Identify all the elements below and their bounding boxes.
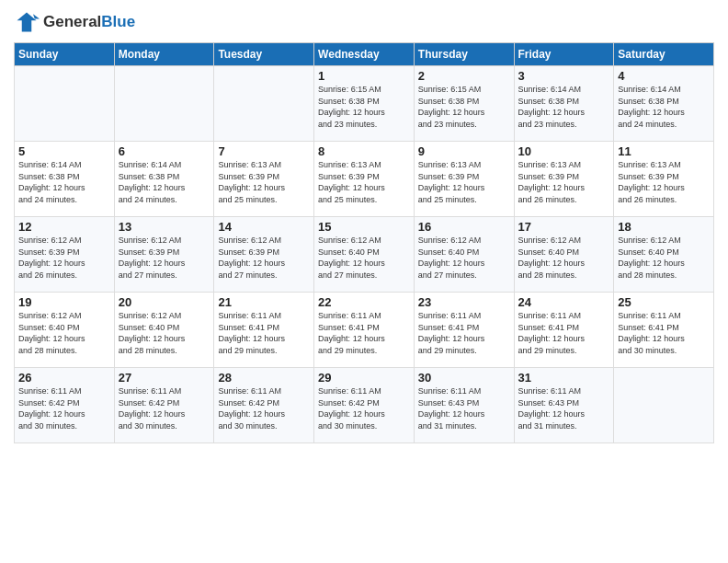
day-number: 3 (518, 69, 610, 83)
day-number: 24 (518, 295, 610, 309)
calendar-cell: 13Sunrise: 6:12 AM Sunset: 6:39 PM Dayli… (114, 217, 214, 293)
day-number: 21 (218, 295, 310, 309)
day-number: 10 (518, 144, 610, 158)
day-info: Sunrise: 6:13 AM Sunset: 6:39 PM Dayligh… (618, 159, 710, 205)
calendar-cell: 27Sunrise: 6:11 AM Sunset: 6:42 PM Dayli… (114, 368, 214, 443)
calendar-cell: 18Sunrise: 6:12 AM Sunset: 6:40 PM Dayli… (614, 217, 714, 293)
calendar-cell: 29Sunrise: 6:11 AM Sunset: 6:42 PM Dayli… (314, 368, 415, 443)
calendar-cell: 1Sunrise: 6:15 AM Sunset: 6:38 PM Daylig… (314, 66, 415, 142)
calendar-cell: 10Sunrise: 6:13 AM Sunset: 6:39 PM Dayli… (514, 142, 614, 217)
day-info: Sunrise: 6:13 AM Sunset: 6:39 PM Dayligh… (518, 159, 610, 205)
day-number: 4 (618, 69, 710, 83)
calendar-cell: 11Sunrise: 6:13 AM Sunset: 6:39 PM Dayli… (614, 142, 714, 217)
calendar-cell: 9Sunrise: 6:13 AM Sunset: 6:39 PM Daylig… (414, 142, 514, 217)
calendar-cell: 30Sunrise: 6:11 AM Sunset: 6:43 PM Dayli… (414, 368, 514, 443)
day-info: Sunrise: 6:13 AM Sunset: 6:39 PM Dayligh… (418, 159, 510, 205)
day-info: Sunrise: 6:15 AM Sunset: 6:38 PM Dayligh… (418, 84, 510, 130)
day-info: Sunrise: 6:14 AM Sunset: 6:38 PM Dayligh… (18, 159, 110, 205)
day-number: 6 (119, 144, 210, 158)
day-info: Sunrise: 6:14 AM Sunset: 6:38 PM Dayligh… (119, 159, 210, 205)
header: GeneralBlue (14, 9, 714, 35)
calendar-cell: 16Sunrise: 6:12 AM Sunset: 6:40 PM Dayli… (414, 217, 514, 293)
calendar-cell: 19Sunrise: 6:12 AM Sunset: 6:40 PM Dayli… (15, 293, 115, 368)
week-row-0: 1Sunrise: 6:15 AM Sunset: 6:38 PM Daylig… (15, 66, 714, 142)
svg-marker-0 (17, 13, 37, 32)
day-number: 13 (119, 220, 210, 234)
day-number: 15 (318, 220, 410, 234)
day-info: Sunrise: 6:12 AM Sunset: 6:40 PM Dayligh… (18, 310, 110, 356)
day-number: 30 (418, 371, 510, 385)
svg-marker-1 (33, 14, 40, 18)
day-info: Sunrise: 6:13 AM Sunset: 6:39 PM Dayligh… (218, 159, 310, 205)
day-number: 8 (318, 144, 410, 158)
week-row-1: 5Sunrise: 6:14 AM Sunset: 6:38 PM Daylig… (15, 142, 714, 217)
week-row-3: 19Sunrise: 6:12 AM Sunset: 6:40 PM Dayli… (15, 293, 714, 368)
day-info: Sunrise: 6:12 AM Sunset: 6:40 PM Dayligh… (418, 235, 510, 281)
calendar-cell: 22Sunrise: 6:11 AM Sunset: 6:41 PM Dayli… (314, 293, 415, 368)
day-number: 12 (18, 220, 110, 234)
calendar-cell: 21Sunrise: 6:11 AM Sunset: 6:41 PM Dayli… (214, 293, 314, 368)
calendar-cell: 2Sunrise: 6:15 AM Sunset: 6:38 PM Daylig… (414, 66, 514, 142)
calendar-cell: 25Sunrise: 6:11 AM Sunset: 6:41 PM Dayli… (614, 293, 714, 368)
calendar-cell: 24Sunrise: 6:11 AM Sunset: 6:41 PM Dayli… (514, 293, 614, 368)
day-info: Sunrise: 6:12 AM Sunset: 6:39 PM Dayligh… (18, 235, 110, 281)
week-row-4: 26Sunrise: 6:11 AM Sunset: 6:42 PM Dayli… (15, 368, 714, 443)
day-number: 23 (418, 295, 510, 309)
logo-text: GeneralBlue (43, 13, 135, 31)
calendar-cell: 15Sunrise: 6:12 AM Sunset: 6:40 PM Dayli… (314, 217, 415, 293)
day-number: 27 (119, 371, 210, 385)
logo: GeneralBlue (14, 9, 135, 35)
calendar-cell: 20Sunrise: 6:12 AM Sunset: 6:40 PM Dayli… (114, 293, 214, 368)
calendar-cell (15, 66, 115, 142)
day-number: 1 (318, 69, 410, 83)
day-info: Sunrise: 6:11 AM Sunset: 6:41 PM Dayligh… (618, 310, 710, 356)
day-info: Sunrise: 6:12 AM Sunset: 6:40 PM Dayligh… (119, 310, 210, 356)
day-info: Sunrise: 6:11 AM Sunset: 6:42 PM Dayligh… (318, 385, 410, 431)
day-info: Sunrise: 6:11 AM Sunset: 6:41 PM Dayligh… (318, 310, 410, 356)
day-info: Sunrise: 6:12 AM Sunset: 6:40 PM Dayligh… (618, 235, 710, 281)
day-info: Sunrise: 6:11 AM Sunset: 6:41 PM Dayligh… (518, 310, 610, 356)
day-number: 18 (618, 220, 710, 234)
day-info: Sunrise: 6:11 AM Sunset: 6:42 PM Dayligh… (18, 385, 110, 431)
day-number: 9 (418, 144, 510, 158)
day-number: 28 (218, 371, 310, 385)
day-info: Sunrise: 6:12 AM Sunset: 6:40 PM Dayligh… (318, 235, 410, 281)
calendar-cell: 8Sunrise: 6:13 AM Sunset: 6:39 PM Daylig… (314, 142, 415, 217)
calendar-cell: 14Sunrise: 6:12 AM Sunset: 6:39 PM Dayli… (214, 217, 314, 293)
calendar-cell: 12Sunrise: 6:12 AM Sunset: 6:39 PM Dayli… (15, 217, 115, 293)
day-number: 19 (18, 295, 110, 309)
calendar-cell: 4Sunrise: 6:14 AM Sunset: 6:38 PM Daylig… (614, 66, 714, 142)
header-row: SundayMondayTuesdayWednesdayThursdayFrid… (15, 43, 714, 66)
day-info: Sunrise: 6:12 AM Sunset: 6:40 PM Dayligh… (518, 235, 610, 281)
calendar-cell (114, 66, 214, 142)
day-info: Sunrise: 6:14 AM Sunset: 6:38 PM Dayligh… (618, 84, 710, 130)
day-number: 29 (318, 371, 410, 385)
day-number: 11 (618, 144, 710, 158)
col-header-tuesday: Tuesday (214, 43, 314, 66)
col-header-friday: Friday (514, 43, 614, 66)
day-info: Sunrise: 6:14 AM Sunset: 6:38 PM Dayligh… (518, 84, 610, 130)
page: GeneralBlue SundayMondayTuesdayWednesday… (0, 0, 728, 563)
calendar-cell: 17Sunrise: 6:12 AM Sunset: 6:40 PM Dayli… (514, 217, 614, 293)
calendar-cell: 5Sunrise: 6:14 AM Sunset: 6:38 PM Daylig… (15, 142, 115, 217)
col-header-wednesday: Wednesday (314, 43, 415, 66)
day-info: Sunrise: 6:12 AM Sunset: 6:39 PM Dayligh… (218, 235, 310, 281)
col-header-saturday: Saturday (614, 43, 714, 66)
day-info: Sunrise: 6:11 AM Sunset: 6:41 PM Dayligh… (418, 310, 510, 356)
calendar-cell: 3Sunrise: 6:14 AM Sunset: 6:38 PM Daylig… (514, 66, 614, 142)
day-info: Sunrise: 6:11 AM Sunset: 6:42 PM Dayligh… (218, 385, 310, 431)
logo-icon (14, 9, 40, 35)
calendar-cell: 23Sunrise: 6:11 AM Sunset: 6:41 PM Dayli… (414, 293, 514, 368)
day-number: 25 (618, 295, 710, 309)
calendar-cell: 28Sunrise: 6:11 AM Sunset: 6:42 PM Dayli… (214, 368, 314, 443)
day-number: 17 (518, 220, 610, 234)
day-info: Sunrise: 6:11 AM Sunset: 6:43 PM Dayligh… (418, 385, 510, 431)
day-info: Sunrise: 6:11 AM Sunset: 6:41 PM Dayligh… (218, 310, 310, 356)
col-header-sunday: Sunday (15, 43, 115, 66)
day-number: 31 (518, 371, 610, 385)
day-number: 7 (218, 144, 310, 158)
calendar-cell: 6Sunrise: 6:14 AM Sunset: 6:38 PM Daylig… (114, 142, 214, 217)
day-number: 22 (318, 295, 410, 309)
day-info: Sunrise: 6:11 AM Sunset: 6:43 PM Dayligh… (518, 385, 610, 431)
day-number: 20 (119, 295, 210, 309)
